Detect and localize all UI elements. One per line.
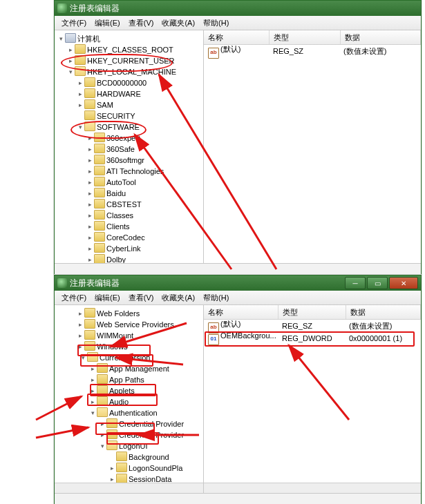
tree-item[interactable]: Web Folders xyxy=(97,309,140,318)
tree-item-software[interactable]: SOFTWARE xyxy=(97,123,140,131)
tree-item[interactable]: Web Service Providers xyxy=(97,320,174,329)
tree-pane[interactable]: ▸Web Folders▸Web Service Providers▸WIMMo… xyxy=(55,305,204,493)
list-pane[interactable]: 名称 类型 数据 ab(默认) REG_SZ (数值未设置) 01OEMBack… xyxy=(204,305,421,493)
menu-view[interactable]: 查看(V) xyxy=(124,291,158,304)
menu-edit[interactable]: 编辑(E) xyxy=(91,291,124,304)
tree-item[interactable]: HKEY_CURRENT_USER xyxy=(87,57,175,65)
twisty-icon[interactable]: ▸ xyxy=(86,243,94,254)
menu-help[interactable]: 帮助(H) xyxy=(199,291,233,304)
tree-item[interactable]: Credential Provider xyxy=(119,431,184,439)
twisty-icon[interactable] xyxy=(108,452,116,463)
minimize-button[interactable]: ─ xyxy=(345,277,366,289)
menu-file[interactable]: 文件(F) xyxy=(57,291,91,304)
tree-item[interactable]: Classes xyxy=(106,211,133,220)
twisty-icon[interactable]: ▸ xyxy=(77,319,84,330)
col-name[interactable]: 名称 xyxy=(204,30,270,44)
maximize-button[interactable]: ▭ xyxy=(367,277,388,289)
tree-item[interactable]: BCD00000000 xyxy=(97,79,147,87)
tree-item[interactable]: 360Safe xyxy=(106,145,135,153)
tree-item[interactable]: App Management xyxy=(109,365,169,373)
tree-item-logonui[interactable]: LogonUI xyxy=(119,442,148,450)
twisty-icon[interactable]: ▸ xyxy=(99,418,106,429)
tree-item[interactable]: SECURITY xyxy=(97,112,135,120)
menu-view[interactable]: 查看(V) xyxy=(124,17,158,30)
value-row[interactable]: ab(默认) REG_SZ (数值未设置) xyxy=(204,45,421,57)
twisty-icon[interactable]: ▸ xyxy=(77,308,84,319)
twisty-icon[interactable]: ▾ xyxy=(77,122,84,133)
twisty-icon[interactable]: ▸ xyxy=(86,133,94,144)
tree-item[interactable]: Dolby xyxy=(106,255,126,263)
titlebar[interactable]: 注册表编辑器 ─ ▭ ✕ xyxy=(55,275,421,291)
twisty-icon[interactable]: ▾ xyxy=(57,33,65,44)
tree-item[interactable]: Clients xyxy=(106,222,130,231)
menu-edit[interactable]: 编辑(E) xyxy=(91,17,124,30)
twisty-icon[interactable]: ▸ xyxy=(77,330,84,341)
tree-item-audio[interactable]: Audio xyxy=(109,398,129,406)
hscrollbar[interactable] xyxy=(55,483,203,493)
tree-item[interactable]: CBSTEST xyxy=(106,200,142,209)
tree-item[interactable]: 360expert xyxy=(106,134,140,142)
twisty-icon[interactable]: ▾ xyxy=(67,66,75,77)
tree-item[interactable]: SAM xyxy=(97,101,113,109)
tree-item-authentication[interactable]: Authentication xyxy=(109,409,158,417)
menu-fav[interactable]: 收藏夹(A) xyxy=(158,291,199,304)
col-type[interactable]: 类型 xyxy=(278,305,346,319)
twisty-icon[interactable]: ▸ xyxy=(89,385,97,396)
col-name[interactable]: 名称 xyxy=(204,305,278,319)
tree-item[interactable]: 360softmgr xyxy=(106,156,144,164)
titlebar[interactable]: 注册表编辑器 xyxy=(55,1,421,16)
tree-item[interactable]: Windows xyxy=(97,342,128,351)
tree-item[interactable]: Credential Provider xyxy=(119,420,184,428)
twisty-icon[interactable]: ▸ xyxy=(86,166,94,177)
twisty-icon[interactable]: ▸ xyxy=(99,429,106,440)
folder-icon xyxy=(84,308,95,318)
tree-item[interactable]: ATI Technologies xyxy=(106,167,164,175)
twisty-icon[interactable]: ▸ xyxy=(86,221,94,232)
twisty-icon[interactable]: ▸ xyxy=(86,177,94,188)
twisty-icon[interactable]: ▸ xyxy=(77,341,84,352)
list-pane[interactable]: 名称 类型 数据 ab(默认) REG_SZ (数值未设置) xyxy=(204,30,421,263)
twisty-icon[interactable]: ▸ xyxy=(89,374,97,385)
tree-item-background[interactable]: Background xyxy=(129,453,169,461)
tree-item[interactable]: CyberLink xyxy=(106,244,141,253)
tree-item[interactable]: HKEY_CLASSES_ROOT xyxy=(87,46,173,54)
menubar: 文件(F) 编辑(E) 查看(V) 收藏夹(A) 帮助(H) xyxy=(55,291,421,305)
twisty-icon[interactable]: ▸ xyxy=(86,188,94,199)
hscrollbar[interactable] xyxy=(204,483,421,493)
twisty-icon[interactable]: ▸ xyxy=(86,254,94,263)
tree-item[interactable]: LogonSoundPla xyxy=(129,464,182,472)
twisty-icon[interactable]: ▸ xyxy=(67,55,75,66)
twisty-icon[interactable]: ▾ xyxy=(79,352,87,363)
tree-root[interactable]: 计算机 xyxy=(77,35,100,43)
menu-fav[interactable]: 收藏夹(A) xyxy=(158,17,199,30)
close-button[interactable]: ✕ xyxy=(389,277,418,289)
twisty-icon[interactable]: ▸ xyxy=(108,463,116,474)
tree-item[interactable]: Applets xyxy=(109,387,135,395)
tree-item[interactable]: Baidu xyxy=(106,189,126,197)
menu-file[interactable]: 文件(F) xyxy=(57,17,91,30)
value-row-oembg[interactable]: 01OEMBackgrou... REG_DWORD 0x00000001 (1… xyxy=(204,332,421,345)
twisty-icon[interactable]: ▸ xyxy=(67,44,75,55)
tree-item-hklm[interactable]: HKEY_LOCAL_MACHINE xyxy=(87,68,176,76)
tree-item[interactable]: CoreCodec xyxy=(106,233,145,242)
twisty-icon[interactable]: ▸ xyxy=(86,199,94,210)
twisty-icon[interactable]: ▸ xyxy=(86,144,94,155)
col-type[interactable]: 类型 xyxy=(270,30,341,44)
menu-help[interactable]: 帮助(H) xyxy=(199,17,233,30)
tree-item[interactable]: WIMMount xyxy=(97,331,133,340)
folder-icon xyxy=(84,330,95,340)
twisty-icon[interactable]: ▸ xyxy=(86,210,94,221)
twisty-icon[interactable]: ▸ xyxy=(89,396,97,407)
twisty-icon[interactable]: ▸ xyxy=(89,363,97,374)
twisty-icon[interactable]: ▸ xyxy=(86,155,94,166)
twisty-icon[interactable]: ▾ xyxy=(99,440,106,452)
tree-item[interactable]: App Paths xyxy=(109,376,144,384)
col-data[interactable]: 数据 xyxy=(341,30,421,44)
col-data[interactable]: 数据 xyxy=(346,305,421,319)
tree-item[interactable]: AutoTool xyxy=(106,178,136,186)
tree-pane[interactable]: ▾计算机 ▸HKEY_CLASSES_ROOT ▸HKEY_CURRENT_US… xyxy=(55,30,204,263)
tree-item-currentversion[interactable]: CurrentVersion xyxy=(100,353,150,362)
twisty-icon[interactable]: ▾ xyxy=(89,407,97,418)
twisty-icon[interactable]: ▸ xyxy=(86,232,94,243)
tree-item[interactable]: HARDWARE xyxy=(97,90,141,98)
